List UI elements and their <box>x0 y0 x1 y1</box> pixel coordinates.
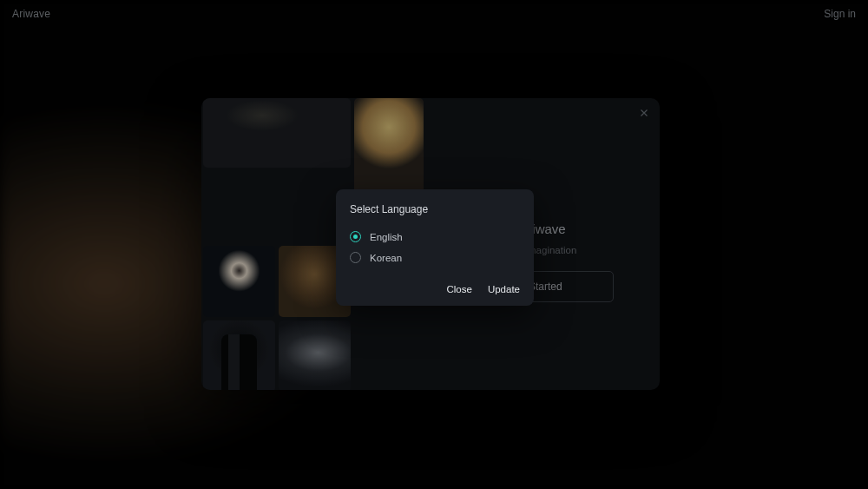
language-option-label: English <box>370 232 403 242</box>
language-option-english[interactable]: English <box>350 231 520 242</box>
language-options: English Korean <box>350 231 520 263</box>
close-button[interactable]: Close <box>447 284 472 294</box>
language-option-label: Korean <box>370 253 402 263</box>
radio-icon <box>350 252 361 263</box>
language-option-korean[interactable]: Korean <box>350 252 520 263</box>
radio-icon <box>350 231 361 242</box>
language-dialog-actions: Close Update <box>350 284 520 294</box>
language-dialog-title: Select Language <box>350 203 520 215</box>
update-button[interactable]: Update <box>488 284 520 294</box>
language-dialog: Select Language English Korean Close Upd… <box>336 189 534 306</box>
